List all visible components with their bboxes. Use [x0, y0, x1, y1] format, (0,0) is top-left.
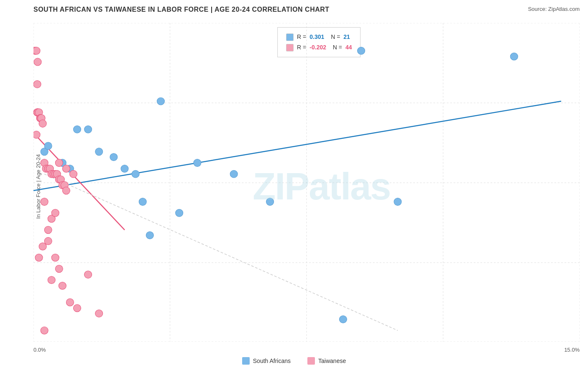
svg-point-37	[339, 316, 347, 323]
svg-point-70	[73, 304, 81, 312]
svg-line-16	[44, 174, 398, 330]
svg-point-68	[84, 271, 92, 278]
svg-point-61	[33, 81, 41, 88]
bottom-legend: South Africans Taiwanese	[0, 357, 588, 365]
svg-point-29	[139, 198, 146, 206]
svg-point-19	[73, 125, 81, 133]
svg-point-81	[35, 254, 43, 261]
source-text: Source: ZipAtlas.com	[528, 6, 580, 12]
svg-point-59	[62, 187, 70, 194]
svg-point-62	[33, 131, 40, 138]
bottom-legend-item-south-africans: South Africans	[242, 357, 291, 365]
svg-point-77	[41, 198, 48, 206]
svg-point-33	[266, 198, 274, 206]
svg-point-20	[84, 125, 92, 133]
svg-point-35	[394, 198, 401, 206]
svg-point-32	[230, 170, 238, 178]
svg-point-79	[44, 226, 52, 234]
x-label-0: 0.0%	[33, 347, 46, 353]
svg-point-60	[34, 58, 41, 66]
svg-point-74	[55, 159, 63, 167]
svg-point-24	[110, 153, 118, 161]
svg-point-26	[132, 170, 139, 178]
svg-point-39	[33, 47, 40, 54]
svg-point-30	[176, 209, 183, 217]
chart-svg: 100.0% 85.0% 70.0% 55.0%	[33, 23, 580, 342]
svg-point-28	[194, 159, 201, 167]
taiwanese-swatch	[307, 357, 315, 365]
svg-point-34	[358, 47, 365, 54]
south-africans-swatch	[242, 357, 250, 365]
svg-point-72	[48, 276, 55, 284]
svg-point-27	[157, 97, 164, 105]
chart-title: SOUTH AFRICAN VS TAIWANESE IN LABOR FORC…	[33, 6, 330, 13]
svg-point-78	[51, 209, 59, 217]
svg-line-14	[33, 101, 561, 191]
svg-point-66	[55, 265, 63, 273]
svg-point-18	[44, 142, 52, 150]
taiwanese-label: Taiwanese	[318, 358, 346, 364]
svg-point-25	[121, 165, 128, 172]
svg-point-69	[66, 299, 74, 306]
bottom-legend-item-taiwanese: Taiwanese	[307, 357, 346, 365]
svg-point-31	[146, 232, 153, 239]
svg-point-71	[41, 327, 48, 334]
svg-point-75	[62, 165, 70, 172]
chart-container: SOUTH AFRICAN VS TAIWANESE IN LABOR FORC…	[0, 0, 588, 373]
svg-point-67	[59, 282, 66, 289]
svg-point-80	[39, 243, 46, 250]
svg-point-36	[510, 53, 518, 60]
svg-point-65	[51, 254, 59, 261]
svg-point-73	[95, 310, 103, 317]
x-axis-labels: 0.0% 15.0%	[33, 347, 580, 353]
x-label-15: 15.0%	[564, 347, 580, 353]
south-africans-label: South Africans	[253, 358, 291, 364]
svg-point-76	[69, 170, 77, 178]
svg-point-46	[39, 120, 46, 128]
svg-point-23	[95, 148, 103, 156]
